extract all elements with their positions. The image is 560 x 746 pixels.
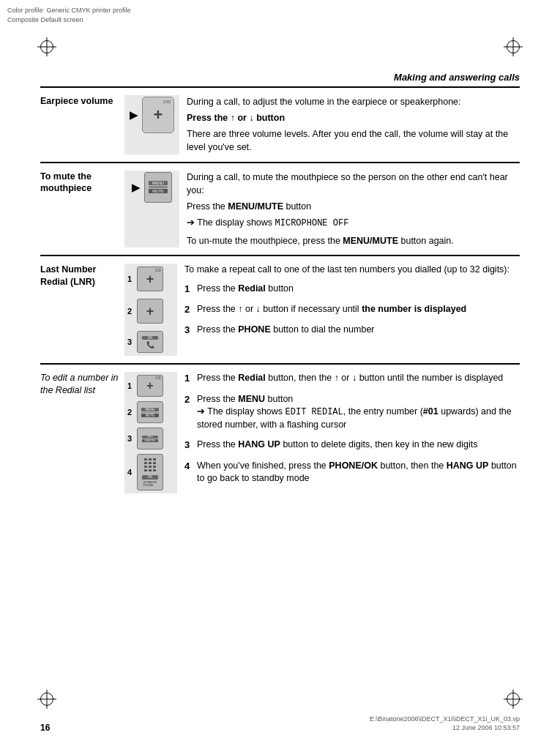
redial-s3-desc: Press the HANG UP button to delete digit… [197, 439, 478, 452]
lnr-images: 1 CID + 2 + 3 OK [124, 264, 177, 356]
earpiece-intro: During a call, to adjust the volume in t… [187, 95, 520, 108]
mute-step1: Press the MENU/MUTE button [187, 200, 520, 213]
section-edit-redial: To edit a number in the Redial list 1 CI… [40, 363, 520, 501]
microphone-off-display: MICROPHONE OFF [275, 218, 349, 228]
mute-bar-s2: MUTE [141, 414, 159, 417]
lnr-img-step2: 2 + [127, 299, 174, 324]
redial-img-step2: 2 MENU MUTE [127, 401, 174, 423]
page-title: Making and answering calls [394, 72, 520, 83]
lnr-text: To make a repeat call to one of the last… [184, 264, 520, 356]
mute-image: ▶ MENU MUTE [124, 171, 179, 248]
redial-img-step4: 4 [127, 454, 174, 491]
earpiece-text: During a call, to adjust the volume in t… [187, 95, 520, 154]
cid-label-s1: CID [155, 376, 161, 380]
lnr-img-step3: 3 OK 📞 [127, 331, 174, 353]
cid-sm-label: CID [154, 268, 161, 272]
redial-img-step1: 1 CID + [127, 375, 174, 397]
lnr-step1-num: 1 [127, 275, 135, 283]
page-number: 16 [40, 723, 50, 733]
earpiece-step: Press the ↑ or ↓ button [187, 111, 520, 124]
lnr-s1-desc: Press the Redial button [197, 283, 294, 296]
corner-crosshair-tr [507, 40, 520, 53]
lnr-s3-desc: Press the PHONE button to dial the numbe… [197, 324, 375, 337]
lnr-body: 1 CID + 2 + 3 OK [124, 264, 520, 356]
section-lnr: Last Number Redial (LNR) 1 CID + 2 + [40, 255, 520, 363]
plus-icon-s1: + [146, 379, 153, 392]
edit-redial-display: EDIT REDIAL [285, 407, 343, 417]
lnr-step3-text: 3 Press the PHONE button to dial the num… [184, 324, 520, 337]
edit-redial-label: To edit a number in the Redial list [40, 372, 124, 493]
mute-text: During a call, to mute the mouthpiece so… [187, 171, 520, 248]
redial-s2-desc: Press the MENU button ➔ The display show… [197, 393, 520, 432]
redial-step1-text: 1 Press the Redial button, then the ↑ or… [184, 372, 520, 385]
lnr-s3-num: 3 [184, 324, 193, 337]
corner-crosshair-tl [40, 40, 53, 53]
redial-s2-device: MENU MUTE [137, 401, 163, 423]
redial-step4-text: 4 When you've finished, press the PHONE/… [184, 460, 520, 485]
keypad [144, 458, 157, 472]
menu-bar: MENU [149, 181, 168, 185]
off-bar: OFF [142, 436, 158, 439]
menu-divider [149, 186, 168, 188]
lnr-img-step1: 1 CID + [127, 266, 174, 291]
earpiece-note: There are three volume levels. After you… [187, 127, 520, 154]
mute-arrow: ▶ [132, 182, 140, 193]
lnr-s2-desc: Press the ↑ or ↓ button if necessary unt… [197, 303, 466, 316]
redial-s4-num: 4 [127, 468, 135, 477]
lnr-step1-device: CID + [137, 266, 163, 291]
menu-bar-s2: MENU [141, 408, 159, 411]
redial-s1-device: CID + [137, 375, 163, 397]
lnr-step3-device: OK 📞 [137, 331, 163, 353]
redial-s4-desc: When you've finished, press the PHONE/OK… [197, 460, 520, 485]
mute-device-row: ▶ MENU MUTE [132, 172, 172, 203]
print-header: Color profile: Generic CMYK printer prof… [7, 6, 131, 24]
redial-s3-num: 3 [127, 434, 135, 443]
redial-s3-device: OFF CANCEL [137, 428, 163, 450]
lnr-step2-num: 2 [127, 307, 135, 316]
footer-file: E:\Binatone2006\iDECT_X1i\iDECT_X1i_UK_0… [370, 715, 520, 733]
mute-intro: During a call, to mute the mouthpiece so… [187, 171, 520, 197]
plus-sym2: + [146, 304, 154, 319]
mute-bar: MUTE [149, 189, 168, 193]
lnr-step2-device: + [137, 299, 163, 324]
earpiece-device: ▶ CID + [130, 97, 174, 133]
lnr-step2-text: 2 Press the ↑ or ↓ button if necessary u… [184, 303, 520, 316]
redial-img-step3: 3 OFF CANCEL [127, 428, 174, 450]
mute-label: To mute the mouthpiece [40, 171, 124, 248]
lnr-step3-num: 3 [127, 337, 135, 346]
earpiece-image: ▶ CID + [124, 95, 179, 154]
main-content: Earpiece volume ▶ CID + During a call, t… [40, 86, 520, 687]
earpiece-label: Earpiece volume [40, 95, 124, 154]
plus-sym: + [146, 272, 154, 287]
redial-s4-label: 4 [184, 460, 193, 473]
lnr-step1-text: 1 Press the Redial button [184, 283, 520, 296]
mute-display: ➔ The display shows MICROPHONE OFF [187, 216, 520, 230]
ok-bar: OK [142, 336, 158, 340]
lnr-label: Last Number Redial (LNR) [40, 264, 124, 356]
redial-s2-num: 2 [127, 408, 135, 417]
edit-redial-label-text: To edit a number in the Redial list [40, 373, 119, 395]
earpiece-button-device: CID + [142, 97, 174, 133]
redial-s4-device: OK SPEAKERPHONE [137, 454, 163, 491]
redial-step3-text: 3 Press the HANG UP button to delete dig… [184, 439, 520, 452]
section-mute: To mute the mouthpiece ▶ MENU MUTE Durin… [40, 162, 520, 255]
header-line1: Color profile: Generic CMYK printer prof… [7, 6, 131, 15]
section-earpiece: Earpiece volume ▶ CID + During a call, t… [40, 86, 520, 162]
redial-s2-label: 2 [184, 393, 193, 406]
corner-crosshair-br [507, 693, 520, 706]
ok-s4: OK [142, 475, 158, 480]
footer-file1: E:\Binatone2006\iDECT_X1i\iDECT_X1i_UK_0… [370, 715, 520, 724]
redial-images: 1 CID + 2 MENU MUTE 3 [124, 372, 177, 493]
lnr-intro: To make a repeat call to one of the last… [184, 264, 520, 277]
redial-step2-text: 2 Press the MENU button ➔ The display sh… [184, 393, 520, 432]
redial-s1-label: 1 [184, 372, 193, 385]
speaker-phone-label: SPEAKERPHONE [143, 481, 157, 487]
header-line2: Composite Default screen [7, 15, 131, 25]
cancel-bar: CANCEL [142, 439, 158, 442]
lnr-s2-num: 2 [184, 303, 193, 316]
cid-label: CID [163, 100, 171, 104]
mute-unmute: To un-mute the mouthpiece, press the MEN… [187, 234, 520, 247]
menu-mute-device: MENU MUTE [144, 172, 172, 203]
redial-s1-desc: Press the Redial button, then the ↑ or ↓… [197, 372, 503, 385]
phone-icon: 📞 [146, 341, 154, 348]
